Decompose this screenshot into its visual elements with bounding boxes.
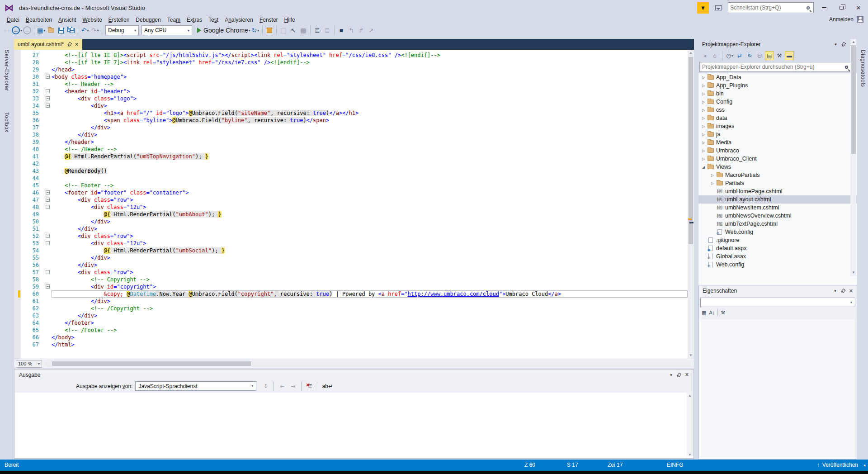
tree-item-config[interactable]: ▷Config xyxy=(698,98,857,106)
menu-erstellen[interactable]: Erstellen xyxy=(105,16,133,24)
code-line[interactable]: 56 </div> xyxy=(14,261,688,269)
redo-icon[interactable]: ↷▾ xyxy=(90,25,100,36)
code-text[interactable]: @{ Html.RenderPartial("umbAbout"); } xyxy=(52,211,688,218)
tree-item-css[interactable]: ▷css xyxy=(698,106,857,114)
tree-item-default-aspx[interactable]: ◉default.aspx xyxy=(698,244,857,252)
paste-icon[interactable]: ▦ xyxy=(298,25,308,36)
code-text[interactable]: <!--[if lte IE 7]><link rel="stylesheet"… xyxy=(52,59,688,66)
code-line[interactable]: 28 <!--[if lte IE 7]><link rel="styleshe… xyxy=(14,59,688,66)
dropdown-icon[interactable]: ▾ xyxy=(43,28,45,33)
code-text[interactable]: <!-- /Footer --> xyxy=(52,327,688,334)
tree-item-web-config[interactable]: ⚙Web.config xyxy=(698,228,857,236)
fold-collapse-icon[interactable]: − xyxy=(46,104,50,108)
zoom-selector[interactable]: 100 % ▾ xyxy=(16,360,42,368)
properties-icon[interactable]: ⚒ xyxy=(775,51,784,60)
preview-icon[interactable]: ▬ xyxy=(785,51,794,60)
chevron-closed-icon[interactable]: ▷ xyxy=(701,116,706,120)
fold-collapse-icon[interactable]: − xyxy=(46,241,50,245)
dropdown-icon[interactable]: ▾ xyxy=(257,28,259,33)
scroll-up-icon[interactable]: ▲ xyxy=(688,50,694,56)
tree-item-media[interactable]: ▷Media xyxy=(698,138,857,147)
tree-item-umblayout-cshtml[interactable]: [@]umbLayout.cshtml xyxy=(698,195,857,204)
code-text[interactable]: <div class="row"> xyxy=(52,269,688,276)
scroll-up-icon[interactable]: ▲ xyxy=(687,393,693,399)
menu-test[interactable]: Test xyxy=(205,16,222,24)
chevron-closed-icon[interactable]: ▷ xyxy=(710,181,715,185)
code-text[interactable]: </div> xyxy=(52,131,688,138)
notifications-filter-icon[interactable]: ▼ xyxy=(697,2,709,14)
code-line[interactable]: 29</head> xyxy=(14,66,688,73)
code-line[interactable]: 55 </div> xyxy=(14,254,688,261)
home-icon[interactable]: ⌂ xyxy=(710,51,719,60)
code-line[interactable]: 41 @{ Html.RenderPartial("umbTopNavigati… xyxy=(14,153,688,160)
code-line[interactable]: 44 xyxy=(14,175,688,182)
show-all-files-icon[interactable]: ▤ xyxy=(765,51,774,60)
code-text[interactable]: <!--[if lte IE 8]><script src="/js/html5… xyxy=(52,52,688,59)
solution-search-input[interactable] xyxy=(700,64,845,70)
tree-item-umbtextpage-cshtml[interactable]: [@]umbTextPage.cshtml xyxy=(698,220,857,228)
user-avatar-icon[interactable] xyxy=(857,16,863,23)
window-position-icon[interactable]: ▾ xyxy=(670,373,672,377)
feedback-icon[interactable] xyxy=(712,2,724,14)
sync-icon[interactable]: ⇄ xyxy=(735,51,744,60)
close-icon[interactable]: ✕ xyxy=(849,288,853,294)
tree-item-bin[interactable]: ▷bin xyxy=(698,90,857,98)
chevron-closed-icon[interactable]: ▷ xyxy=(701,133,706,137)
toolbox-tab[interactable]: Toolbox xyxy=(4,112,10,133)
menu-analysieren[interactable]: Analysieren xyxy=(222,16,256,24)
dropdown-icon[interactable]: ▾ xyxy=(87,28,89,33)
code-text[interactable]: </footer> xyxy=(52,319,688,327)
navigate-forward-icon[interactable]: → xyxy=(22,25,32,36)
code-line[interactable]: 38 </div> xyxy=(14,131,688,138)
fold-collapse-icon[interactable]: − xyxy=(46,205,50,209)
code-line[interactable]: 32− <header id="header"> xyxy=(14,88,688,95)
fold-collapse-icon[interactable]: − xyxy=(46,190,50,194)
tree-item-images[interactable]: ▷images xyxy=(698,122,857,130)
code-line[interactable]: 58 <!-- Copyright --> xyxy=(14,276,688,283)
menu-website[interactable]: Website xyxy=(79,16,105,24)
output-source-combo[interactable]: JavaScript-Sprachdienst ▾ xyxy=(135,381,256,391)
tree-item-global-asax[interactable]: ⚙Global.asax xyxy=(698,252,857,261)
menu-fenster[interactable]: Fenster xyxy=(256,16,281,24)
code-text[interactable]: </div> xyxy=(52,124,688,131)
scroll-down-icon[interactable]: ▼ xyxy=(687,452,693,458)
step-over-icon[interactable]: ↰ xyxy=(346,25,356,36)
tree-item-umbhomepage-cshtml[interactable]: [@]umbHomePage.cshtml xyxy=(698,187,857,195)
tree-item-views[interactable]: ◢Views xyxy=(698,163,857,171)
alphabetical-icon[interactable]: A↓ xyxy=(709,310,715,315)
document-tab[interactable]: umbLayout.cshtml* ✕ xyxy=(14,39,82,50)
refresh-icon[interactable]: ↻▾ xyxy=(250,25,260,36)
fold-collapse-icon[interactable]: − xyxy=(46,89,50,93)
window-position-icon[interactable]: ▾ xyxy=(834,289,836,293)
code-line[interactable]: 62 <!-- /Copyright --> xyxy=(14,305,688,312)
code-text[interactable]: <div class="row"> xyxy=(52,232,688,240)
menu-ansicht[interactable]: Ansicht xyxy=(55,16,79,24)
fold-collapse-icon[interactable]: − xyxy=(46,198,50,202)
code-text[interactable]: @RenderBody() xyxy=(52,167,688,175)
code-line[interactable]: 43 @RenderBody() xyxy=(14,167,688,175)
properties-object-combo[interactable]: ▾ xyxy=(700,298,855,307)
chevron-closed-icon[interactable]: ▷ xyxy=(701,100,706,104)
code-text[interactable]: @{ Html.RenderPartial("umbSocial"); } xyxy=(52,247,688,254)
code-line[interactable]: 51 </div> xyxy=(14,225,688,232)
scroll-down-icon[interactable]: ▼ xyxy=(850,270,857,276)
code-line[interactable]: 33− <div class="logo"> xyxy=(14,95,688,102)
code-text[interactable]: </html> xyxy=(52,341,688,348)
output-content[interactable] xyxy=(15,393,688,458)
code-line[interactable]: 63 </div> xyxy=(14,312,688,319)
close-button[interactable]: ✕ xyxy=(852,2,865,13)
code-text[interactable]: </div> xyxy=(52,261,688,269)
quick-launch-input[interactable] xyxy=(728,5,807,11)
new-file-icon[interactable]: ▤▾ xyxy=(36,25,46,36)
solution-configuration-combo[interactable]: Debug▾ xyxy=(105,25,139,35)
next-message-icon[interactable]: ⇥ xyxy=(288,382,297,391)
fold-collapse-icon[interactable]: − xyxy=(46,96,50,100)
open-file-icon[interactable] xyxy=(46,25,56,36)
code-line[interactable]: 60 &copy; @DateTime.Now.Year @Umbraco.Fi… xyxy=(14,290,688,298)
code-line[interactable]: 39 </header> xyxy=(14,138,688,146)
tree-item-umbraco-client[interactable]: ▷Umbraco_Client xyxy=(698,155,857,163)
code-text[interactable]: <!-- Footer --> xyxy=(52,182,688,189)
code-text[interactable]: &copy; @DateTime.Now.Year @Umbraco.Field… xyxy=(52,290,688,298)
code-line[interactable]: 31 <!-- Header --> xyxy=(14,81,688,88)
chevron-closed-icon[interactable]: ▷ xyxy=(701,76,706,80)
